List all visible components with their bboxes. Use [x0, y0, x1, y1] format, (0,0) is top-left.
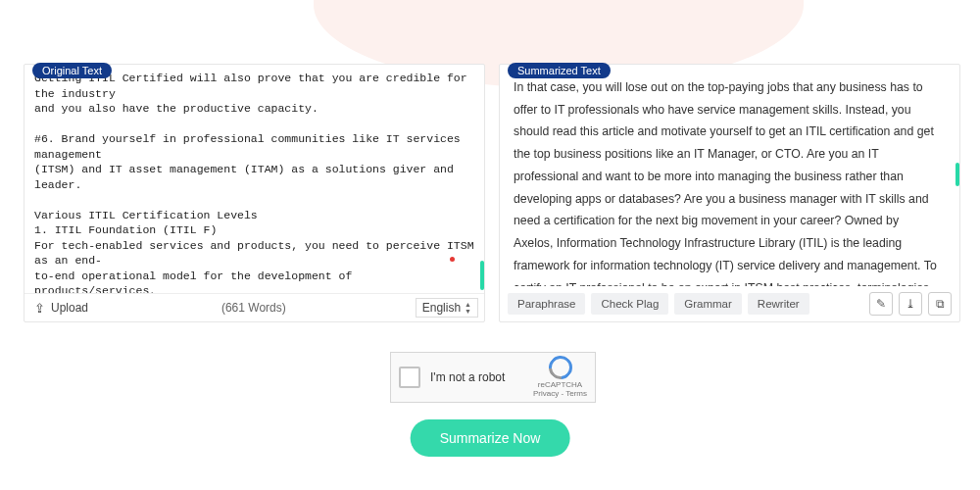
original-text-content[interactable]: Getting ITIL Certified will also prove t…: [24, 65, 484, 293]
scrollbar-thumb[interactable]: [956, 163, 959, 186]
recaptcha-widget[interactable]: I'm not a robot reCAPTCHA Privacy - Term…: [390, 352, 596, 403]
original-toolbar: ⇪ Upload (661 Words) English ▲ ▼: [24, 293, 484, 321]
upload-label: Upload: [51, 301, 88, 315]
language-label: English: [422, 301, 461, 315]
check-plag-button[interactable]: Check Plag: [591, 293, 668, 315]
editor-panels: Original Text Getting ITIL Certified wil…: [24, 64, 960, 322]
chevron-up-icon: ▲: [465, 301, 471, 308]
original-badge: Original Text: [32, 63, 112, 78]
summarize-now-button[interactable]: Summarize Now: [411, 419, 570, 457]
language-select[interactable]: English ▲ ▼: [416, 298, 478, 318]
copy-button[interactable]: ⧉: [928, 292, 952, 316]
download-button[interactable]: ⤓: [899, 292, 922, 316]
upload-button[interactable]: ⇪ Upload: [30, 299, 92, 318]
summarized-text-content: In that case, you will lose out on the t…: [500, 65, 959, 286]
upload-icon: ⇪: [34, 301, 45, 316]
summarized-toolbar: Paraphrase Check Plag Grammar Rewriter ✎…: [500, 286, 959, 321]
copy-icon: ⧉: [936, 297, 945, 311]
recaptcha-legal: Privacy - Terms: [533, 390, 587, 399]
summarized-badge: Summarized Text: [508, 63, 611, 78]
download-icon: ⤓: [906, 297, 915, 311]
pencil-icon: ✎: [876, 297, 886, 311]
recaptcha-label: I'm not a robot: [430, 370, 505, 384]
original-text-panel: Original Text Getting ITIL Certified wil…: [24, 64, 485, 322]
summarized-text-area[interactable]: In that case, you will lose out on the t…: [500, 65, 959, 286]
grammar-error-dot: [450, 257, 455, 262]
original-text-area[interactable]: Getting ITIL Certified will also prove t…: [24, 65, 484, 293]
recaptcha-checkbox[interactable]: [399, 367, 420, 388]
word-count: (661 Words): [100, 301, 408, 315]
recaptcha-logo: reCAPTCHA Privacy - Terms: [533, 356, 587, 399]
scrollbar-thumb[interactable]: [480, 261, 484, 290]
grammar-button[interactable]: Grammar: [674, 293, 742, 315]
chevron-down-icon: ▼: [465, 308, 471, 315]
edit-button[interactable]: ✎: [869, 292, 893, 316]
summarized-text-panel: Summarized Text In that case, you will l…: [499, 64, 960, 322]
paraphrase-button[interactable]: Paraphrase: [508, 293, 585, 315]
rewriter-button[interactable]: Rewriter: [748, 293, 809, 315]
recaptcha-icon: [544, 351, 577, 384]
language-spinner[interactable]: ▲ ▼: [465, 301, 471, 315]
